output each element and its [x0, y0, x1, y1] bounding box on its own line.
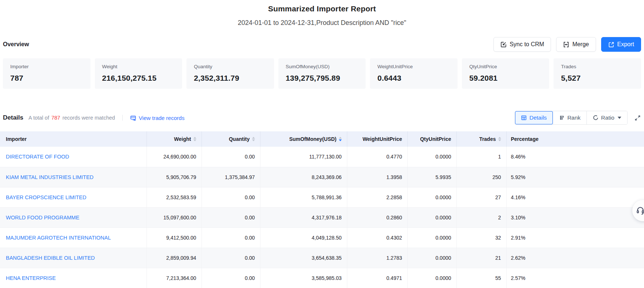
- col-header-importer: Importer: [0, 131, 147, 147]
- col-header-qtyunitprice: QtyUnitPrice: [407, 131, 456, 147]
- divider: [122, 115, 123, 121]
- cell-importer: DIRECTORATE OF FOOD: [0, 147, 147, 167]
- stat-value: 139,275,795.89: [286, 74, 359, 83]
- cell-value: 0.0000: [407, 248, 456, 268]
- cell-importer: HENA ENTERPRISE: [0, 268, 147, 288]
- col-header-quantity[interactable]: Quantity: [201, 131, 260, 147]
- cell-value: 0.0000: [407, 268, 456, 288]
- cell-value: 4,317,976.18: [260, 207, 347, 227]
- cell-value: 2,532,583.59: [147, 187, 201, 207]
- cell-importer: KIAM METAL INDUSTRIES LIMITED: [0, 167, 147, 187]
- importer-link[interactable]: BAYER CROPSCIENCE LIMITED: [6, 194, 86, 200]
- match-suffix: records were matched: [62, 115, 115, 121]
- chevron-down-icon: [618, 117, 621, 119]
- merge-button[interactable]: Merge: [556, 37, 596, 52]
- cell-value: 0.00: [201, 268, 260, 288]
- cell-percentage: 3.10%: [506, 207, 644, 227]
- cell-value: 3,585,985.03: [260, 268, 347, 288]
- sort-control-sumofmoney[interactable]: [339, 137, 342, 141]
- cell-percentage: 4.16%: [506, 187, 644, 207]
- tab-details-label: Details: [529, 114, 547, 121]
- cell-value: 11,777,130.00: [260, 147, 347, 167]
- col-header-sumofmoney[interactable]: SumOfMoney(USD): [260, 131, 347, 147]
- cell-value: 3,654,638.35: [260, 248, 347, 268]
- sync-icon: [500, 41, 507, 48]
- importer-link[interactable]: WORLD FOOD PROGRAMME: [6, 215, 79, 220]
- stat-card-quantity: Quantity 2,352,311.79: [186, 58, 274, 89]
- cell-percentage: 8.46%: [506, 147, 644, 167]
- sort-control-quantity[interactable]: [252, 137, 255, 141]
- bar-chart-icon: [559, 115, 565, 121]
- cell-importer: BAYER CROPSCIENCE LIMITED: [0, 187, 147, 207]
- sort-control-trades[interactable]: [498, 137, 501, 141]
- tab-rank-label: Rank: [567, 114, 581, 121]
- details-bar: Details A total of787records were matche…: [0, 111, 644, 125]
- tab-ratio[interactable]: Ratio: [586, 111, 627, 124]
- cell-importer: MAJUMDER AGROTECH INTERNATIONAL: [0, 227, 147, 248]
- headset-icon: [636, 206, 644, 215]
- table-body: DIRECTORATE OF FOOD24,690,000.000.0011,7…: [0, 147, 644, 288]
- sort-control-weight[interactable]: [193, 137, 196, 141]
- importer-link[interactable]: BANGLADESH EDIBLE OIL LIMITED: [6, 255, 95, 261]
- col-header-trades[interactable]: Trades: [456, 131, 506, 147]
- cell-value: 0.0000: [407, 147, 456, 167]
- export-icon: [608, 41, 614, 48]
- table-row: HENA ENTERPRISE7,213,364.000.003,585,985…: [0, 268, 644, 288]
- col-header-weight[interactable]: Weight: [147, 131, 201, 147]
- table-row: KIAM METAL INDUSTRIES LIMITED5,905,706.7…: [0, 167, 644, 187]
- cell-value: 5,905,706.79: [147, 167, 201, 187]
- cell-value: 0.4770: [347, 147, 407, 167]
- fullscreen-button[interactable]: [634, 114, 641, 121]
- cell-importer: WORLD FOOD PROGRAMME: [0, 207, 147, 227]
- table-grid-icon: [521, 115, 527, 121]
- stat-value: 5,527: [561, 74, 634, 83]
- page-subtitle: 2024-01-01 to 2024-12-31,Product Descrip…: [0, 19, 644, 27]
- export-label: Export: [617, 41, 634, 48]
- table-row: BANGLADESH EDIBLE OIL LIMITED2,859,009.9…: [0, 248, 644, 268]
- cell-value: 5,788,991.36: [260, 187, 347, 207]
- importer-link[interactable]: DIRECTORATE OF FOOD: [6, 154, 69, 160]
- table-header: Importer Weight Quantity SumOfMoney(USD)…: [0, 131, 644, 147]
- stat-value: 2,352,311.79: [194, 74, 267, 83]
- cell-value: 0.0000: [407, 187, 456, 207]
- tab-rank[interactable]: Rank: [553, 111, 586, 124]
- table-row: WORLD FOOD PROGRAMME15,097,600.000.004,3…: [0, 207, 644, 227]
- view-records-label: View trade records: [139, 115, 185, 121]
- stat-label: QtyUnitPrice: [469, 64, 542, 69]
- cell-percentage: 5.92%: [506, 167, 644, 187]
- export-button[interactable]: Export: [601, 37, 641, 52]
- stat-card-trades: Trades 5,527: [554, 58, 641, 89]
- cell-value: 0.0000: [407, 207, 456, 227]
- stat-card-sumofmoney: SumOfMoney(USD) 139,275,795.89: [278, 58, 366, 89]
- cell-value: 7,213,364.00: [147, 268, 201, 288]
- stat-label: SumOfMoney(USD): [286, 64, 359, 69]
- cell-percentage: 2.57%: [506, 268, 644, 288]
- cell-value: 0.2860: [347, 207, 407, 227]
- importer-link[interactable]: KIAM METAL INDUSTRIES LIMITED: [6, 174, 93, 180]
- col-header-percentage: Percentage: [506, 131, 644, 147]
- match-summary: A total of787records were matched: [29, 115, 115, 121]
- stat-label: Trades: [561, 64, 634, 69]
- view-trade-records-link[interactable]: View trade records: [130, 115, 185, 121]
- col-header-weightunitprice: WeightUnitPrice: [347, 131, 407, 147]
- cell-value: 2,859,009.94: [147, 248, 201, 268]
- sync-to-crm-label: Sync to CRM: [510, 41, 544, 48]
- cell-value: 32: [456, 227, 506, 248]
- cell-value: 2: [456, 207, 506, 227]
- stat-value: 787: [10, 74, 83, 83]
- table-row: MAJUMDER AGROTECH INTERNATIONAL9,412,500…: [0, 227, 644, 248]
- stat-card-weightunitprice: WeightUnitPrice 0.6443: [370, 58, 458, 89]
- stat-label: Importer: [10, 64, 83, 69]
- stat-label: WeightUnitPrice: [377, 64, 450, 69]
- sync-to-crm-button[interactable]: Sync to CRM: [493, 37, 551, 52]
- importer-link[interactable]: MAJUMDER AGROTECH INTERNATIONAL: [6, 235, 111, 241]
- stat-card-importer: Importer 787: [3, 58, 90, 89]
- importer-table: Importer Weight Quantity SumOfMoney(USD)…: [0, 131, 644, 288]
- overview-actions: Sync to CRM Merge Export: [493, 37, 641, 52]
- importer-link[interactable]: HENA ENTERPRISE: [6, 275, 56, 281]
- tab-details[interactable]: Details: [515, 111, 552, 124]
- cell-value: 21: [456, 248, 506, 268]
- cell-value: 0.0000: [407, 227, 456, 248]
- cell-value: 1: [456, 147, 506, 167]
- stats-row: Importer 787 Weight 216,150,275.15 Quant…: [0, 58, 644, 89]
